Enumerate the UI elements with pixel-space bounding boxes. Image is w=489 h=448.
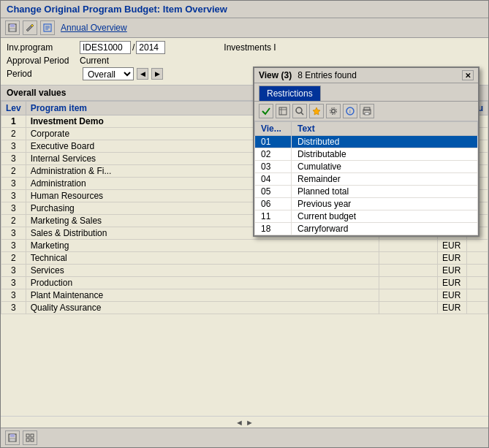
popup-col-view[interactable]: Vie...: [255, 122, 292, 136]
popup-cell-view: 11: [255, 210, 292, 223]
period-prev-btn[interactable]: ◀: [137, 68, 148, 80]
popup-table-row[interactable]: 06 Previous year: [255, 198, 478, 210]
approval-period-value: Current: [80, 56, 109, 66]
popup-table-area: Vie... Text 01 Distributed 02 Distributa…: [254, 121, 478, 235]
svg-rect-12: [26, 438, 29, 441]
cell-level: 3: [1, 265, 26, 277]
table-row[interactable]: 3 Quality Assurance EUR: [1, 302, 488, 314]
cell-level: 3: [1, 190, 26, 202]
svg-point-20: [332, 110, 336, 113]
cell-cu: [467, 240, 488, 252]
popup-cell-text: Carryforward: [292, 223, 478, 235]
cell-budget: [379, 277, 438, 289]
table-row[interactable]: 3 Services EUR: [1, 265, 488, 277]
table-row[interactable]: 3 Marketing EUR: [1, 240, 488, 252]
period-next-btn[interactable]: ▶: [151, 68, 163, 80]
cell-tr: EUR: [438, 252, 467, 265]
popup-info-icon[interactable]: i: [343, 104, 357, 118]
popup-gear-icon[interactable]: [326, 104, 341, 118]
popup-cell-view: 05: [255, 186, 292, 198]
popup-table-row[interactable]: 03 Cumulative: [255, 161, 478, 173]
svg-rect-26: [365, 113, 369, 115]
bottom-save-icon[interactable]: [5, 430, 20, 445]
popup-cell-view: 18: [255, 223, 292, 235]
inv-program-year-input[interactable]: [136, 41, 165, 54]
period-label: Period: [7, 69, 80, 79]
inv-program-label: Inv.program: [7, 42, 80, 53]
popup-cell-text: Distributed: [292, 136, 478, 148]
cell-level: 3: [1, 202, 26, 215]
save-icon[interactable]: [5, 20, 20, 35]
main-toolbar: Annual Overview: [1, 18, 488, 38]
annual-overview-icon[interactable]: [40, 20, 55, 35]
table-row[interactable]: 3 Production EUR: [1, 277, 488, 289]
cell-level: 2: [1, 252, 26, 265]
popup-table-row[interactable]: 11 Current budget: [255, 210, 478, 223]
popup-table-row[interactable]: 05 Planned total: [255, 186, 478, 198]
popup-title: View (3): [259, 70, 292, 80]
table-row[interactable]: 2 Technical EUR: [1, 252, 488, 265]
popup-table-row[interactable]: 04 Remainder: [255, 173, 478, 186]
period-select[interactable]: Overall Monthly Quarterly: [83, 67, 134, 80]
cell-budget: [379, 265, 438, 277]
cell-level: 3: [1, 153, 26, 165]
popup-entries: 8 Entries found: [297, 70, 357, 80]
svg-rect-8: [10, 434, 15, 437]
cell-tr: EUR: [438, 240, 467, 252]
popup-cell-text: Previous year: [292, 198, 478, 210]
svg-rect-1: [10, 24, 15, 27]
table-row[interactable]: 3 Plant Maintenance EUR: [1, 289, 488, 302]
bottom-toolbar: [1, 428, 488, 447]
cell-budget: [379, 240, 438, 252]
inv-program-input[interactable]: [80, 41, 131, 54]
svg-rect-9: [10, 438, 15, 441]
popup-overlay: View (3) 8 Entries found ✕ Restrictions: [253, 67, 479, 237]
popup-table-row[interactable]: 18 Carryforward: [255, 223, 478, 235]
popup-title-bar: View (3) 8 Entries found ✕: [254, 68, 478, 83]
cell-budget: [379, 289, 438, 302]
popup-cell-text: Current budget: [292, 210, 478, 223]
cell-level: 2: [1, 128, 26, 140]
cell-level: 3: [1, 289, 26, 302]
cell-level: 3: [1, 302, 26, 314]
tab-restrictions[interactable]: Restrictions: [259, 86, 321, 101]
popup-col-text[interactable]: Text: [292, 122, 478, 136]
scroll-indicator: ◄ ►: [1, 416, 488, 428]
popup-close-btn[interactable]: ✕: [462, 70, 474, 80]
cell-program-item: Quality Assurance: [26, 302, 379, 314]
svg-rect-10: [26, 434, 29, 437]
popup-print-icon[interactable]: [360, 104, 374, 118]
cell-level: 3: [1, 178, 26, 190]
popup-table: Vie... Text 01 Distributed 02 Distributa…: [254, 121, 478, 235]
col-level[interactable]: Lev: [1, 102, 26, 115]
popup-star-icon[interactable]: [309, 104, 324, 118]
popup-cell-text: Planned total: [292, 186, 478, 198]
popup-tabs: Restrictions: [254, 83, 478, 102]
popup-confirm-icon[interactable]: [259, 104, 273, 118]
bottom-layout-icon[interactable]: [23, 430, 37, 445]
cell-level: 2: [1, 215, 26, 227]
popup-select-icon[interactable]: [276, 104, 290, 118]
cell-program-item: Services: [26, 265, 379, 277]
popup-cell-text: Remainder: [292, 173, 478, 186]
popup-find-icon[interactable]: [292, 104, 307, 118]
edit-icon[interactable]: [23, 20, 37, 35]
approval-period-label: Approval Period: [7, 56, 80, 66]
popup-cell-view: 03: [255, 161, 292, 173]
page-title: Change Original Program Budget: Item Ove…: [7, 4, 227, 15]
cell-program-item: Plant Maintenance: [26, 289, 379, 302]
cell-tr: EUR: [438, 265, 467, 277]
cell-budget: [379, 302, 438, 314]
cell-level: 3: [1, 240, 26, 252]
cell-level: 3: [1, 227, 26, 240]
cell-program-item: Production: [26, 277, 379, 289]
svg-rect-2: [10, 29, 15, 31]
annual-overview-link[interactable]: Annual Overview: [61, 23, 127, 33]
popup-cell-text: Distributable: [292, 148, 478, 161]
popup-cell-text: Cumulative: [292, 161, 478, 173]
svg-rect-11: [31, 434, 34, 437]
popup-table-row[interactable]: 01 Distributed: [255, 136, 478, 148]
popup-table-row[interactable]: 02 Distributable: [255, 148, 478, 161]
svg-rect-13: [31, 438, 34, 441]
cell-cu: [467, 302, 488, 314]
